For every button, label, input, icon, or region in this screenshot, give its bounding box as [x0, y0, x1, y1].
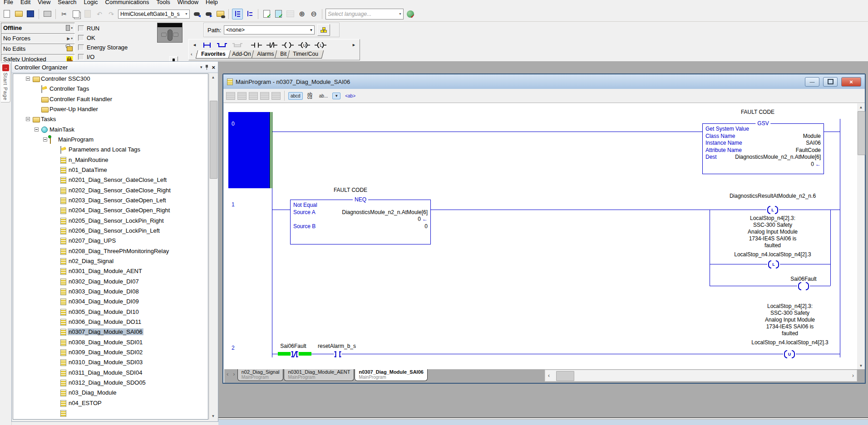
palette-tab-timer-cou[interactable]: Timer/Cou [287, 50, 324, 59]
menu-search[interactable]: Search [54, 0, 80, 5]
language-globe-icon[interactable]: ✓ [405, 9, 415, 19]
menu-tools[interactable]: Tools [153, 0, 173, 5]
menu-edit[interactable]: Edit [17, 0, 34, 5]
tree-item-Tasks[interactable]: Tasks [13, 114, 208, 124]
xic-contact[interactable] [334, 352, 342, 357]
tree-item-n0309_Diag_Module_SDI02[interactable]: n0309_Diag_Module_SDI02 [13, 347, 208, 357]
tree-expander-icon[interactable] [26, 77, 30, 81]
xic-button[interactable] [250, 40, 263, 49]
tree-item-n0304_Diag_Module_DI09[interactable]: n0304_Diag_Module_DI09 [13, 297, 208, 307]
tree-item-n03_Diag_Module[interactable]: n03_Diag_Module [13, 388, 208, 398]
xio-button[interactable] [266, 40, 278, 49]
menu-communications[interactable]: Communications [102, 0, 153, 5]
language-combo[interactable]: Select language... ▼ [326, 9, 404, 20]
verify-routine-icon[interactable]: ✓ [261, 9, 271, 19]
tree-item-n01_DataTime[interactable]: n01_DataTime [13, 165, 208, 175]
tree-item-n0201_Diag_Sensor_GateClose_Left[interactable]: n0201_Diag_Sensor_GateClose_Left [13, 175, 208, 185]
tag-search-combo[interactable]: HmiCloseLeftGate1_b_s ▼ [118, 10, 190, 19]
new-icon[interactable] [2, 9, 12, 19]
ladder-view[interactable]: 0 FAULT CODE GSV Get System Value Class … [224, 103, 857, 369]
ote-coil[interactable] [797, 282, 810, 290]
language-combo-arrow-icon[interactable]: ▼ [399, 12, 402, 15]
neq-instruction[interactable]: NEQ Not Equal Source ADiagnosticsMoule_n… [290, 200, 431, 244]
tree-item-n0312_Diag_Module_SDO05[interactable]: n0312_Diag_Module_SDO05 [13, 378, 208, 388]
tree-scrollbar[interactable]: ▲ ▼ [209, 73, 217, 420]
otu-button[interactable]: U [297, 40, 311, 49]
tree-item-Controller Tags[interactable]: Controller Tags [13, 84, 208, 94]
path-combo-arrow-icon[interactable]: ▼ [309, 28, 313, 32]
tree-item-n0308_Diag_Module_SDI01[interactable]: n0308_Diag_Module_SDI01 [13, 337, 208, 347]
toggle-tag-names-button[interactable]: abcd [288, 92, 303, 100]
ladder-scroll-up-icon[interactable]: ▲ [857, 103, 865, 111]
palette-scroll-right-icon[interactable]: ► [350, 42, 358, 48]
ladder-scroll-down-icon[interactable]: ▼ [857, 362, 865, 369]
display-dropdown-icon[interactable]: ▼ [332, 93, 340, 99]
palette-tabs-left-icon[interactable]: ‹ [189, 50, 194, 58]
tree-item-n_MainRoutine[interactable]: n_MainRoutine [13, 155, 208, 165]
tree-item-Power-Up Handler[interactable]: Power-Up Handler [13, 104, 208, 114]
tree-expander-icon[interactable] [35, 127, 39, 132]
tree-item-n0305_Diag_Module_DI10[interactable]: n0305_Diag_Module_DI10 [13, 307, 208, 317]
menu-window[interactable]: Window [174, 0, 202, 5]
new-rung-button[interactable] [201, 40, 213, 49]
otl-coil-1[interactable]: L [766, 206, 779, 214]
tree-item-n02_Diag_Signal[interactable]: n02_Diag_Signal [13, 256, 208, 266]
combo-arrow-icon[interactable]: ▼ [185, 12, 188, 15]
outline-expand-icon[interactable] [232, 9, 243, 20]
menu-file[interactable]: File [0, 0, 17, 5]
menu-view[interactable]: View [34, 0, 54, 5]
routine-tabs-right-icon[interactable]: › [231, 369, 237, 379]
tree-item-n0311_Diag_Module_SDI04[interactable]: n0311_Diag_Module_SDI04 [13, 368, 208, 378]
xio-contact[interactable] [291, 352, 299, 357]
copy-icon[interactable] [71, 9, 81, 19]
search-next-icon[interactable]: ► [203, 9, 213, 19]
tree-item-clipped[interactable] [13, 408, 208, 418]
gsv-instruction[interactable]: GSV Get System Value Class NameModule In… [702, 123, 824, 174]
tree-item-Controller Fault Handler[interactable]: Controller Fault Handler [13, 94, 208, 104]
ote-button[interactable] [281, 40, 295, 49]
tree-item-MainTask[interactable]: MainTask [13, 125, 208, 135]
organizer-menu-icon[interactable]: ▾ [200, 65, 202, 69]
tree-item-Controller SSC300[interactable]: Controller SSC300 [13, 74, 208, 84]
tree-item-n0307_Diag_Module_SAI06[interactable]: n0307_Diag_Module_SAI06 [13, 327, 208, 337]
edit-tag-button[interactable]: <ab> [343, 92, 358, 100]
ladder-vscrollbar[interactable]: ▲ ▼ [857, 103, 865, 369]
tree-item-n0301_Diag_Module_AENT[interactable]: n0301_Diag_Module_AENT [13, 266, 208, 276]
tree-item-MainProgram[interactable]: MainProgram [13, 135, 208, 145]
otu-coil[interactable]: U [783, 350, 796, 358]
tree-item-n0310_Diag_Module_SDI03[interactable]: n0310_Diag_Module_SDI03 [13, 357, 208, 367]
outline-collapse-icon[interactable] [245, 9, 255, 19]
save-icon[interactable] [25, 9, 35, 19]
tree-item-n0207_Diag_UPS[interactable]: n0207_Diag_UPS [13, 236, 208, 246]
otl-coil-2[interactable]: L [767, 260, 780, 269]
tree-item-n0208_Diag_ThreePhMonitoringRelay[interactable]: n0208_Diag_ThreePhMonitoringRelay [13, 246, 208, 256]
new-branch-button[interactable] [216, 40, 228, 49]
forces-box[interactable]: No Forces ▶▾ [1, 33, 75, 44]
close-button[interactable]: × [841, 77, 861, 87]
tree-item-n0302_Diag_Module_DI07[interactable]: n0302_Diag_Module_DI07 [13, 277, 208, 287]
tree-item-n0303_Diag_Module_DI08[interactable]: n0303_Diag_Module_DI08 [13, 287, 208, 297]
tree-item-n0202_Diag_Sensor_GateClose_Right[interactable]: n0202_Diag_Sensor_GateClose_Right [13, 186, 208, 195]
palette-scroll-left-icon[interactable]: ◄ [191, 42, 198, 48]
ote-tag[interactable]: Sai06Fault [790, 276, 816, 282]
forces-dropdown-icon[interactable]: ▾ [71, 37, 73, 40]
mode-dropdown-icon[interactable]: ▾ [71, 26, 73, 30]
menu-logic[interactable]: Logic [80, 0, 102, 5]
otl-button[interactable]: L [314, 40, 327, 49]
routine-tab-n0307_Diag_Module_SAI06[interactable]: n0307_Diag_Module_SAI06MainProgram [355, 369, 427, 381]
organizer-close-icon[interactable]: × [212, 64, 215, 71]
routine-tab-n0301_Diag_Module_AENT[interactable]: n0301_Diag_Module_AENTMainProgram [284, 369, 354, 381]
tree-item-Parameters and Local Tags[interactable]: Parameters and Local Tags [13, 145, 208, 155]
print-icon[interactable] [42, 9, 52, 19]
find-in-routines-icon[interactable] [215, 9, 225, 19]
zoom-in-icon[interactable]: ⊕ [297, 9, 307, 19]
latch1-tag[interactable]: DiagnosticsResultAtModule_n2_n.6 [730, 193, 816, 199]
toggle-descriptions-button[interactable]: ab... [317, 92, 330, 100]
xic-tag[interactable]: resetAlarm_b_s [318, 343, 356, 349]
pin-icon[interactable] [205, 65, 209, 70]
unlatch-tag[interactable]: LocalStop_n4.localStop_n4[2].3 [751, 339, 828, 346]
tab-start-page[interactable]: → Start Page [1, 63, 10, 103]
tree-expander-icon[interactable] [43, 137, 47, 142]
tree-scroll-down-icon[interactable]: ▼ [209, 412, 217, 420]
tree-item-n0205_Diag_Sensor_LockPin_Right[interactable]: n0205_Diag_Sensor_LockPin_Right [13, 216, 208, 226]
